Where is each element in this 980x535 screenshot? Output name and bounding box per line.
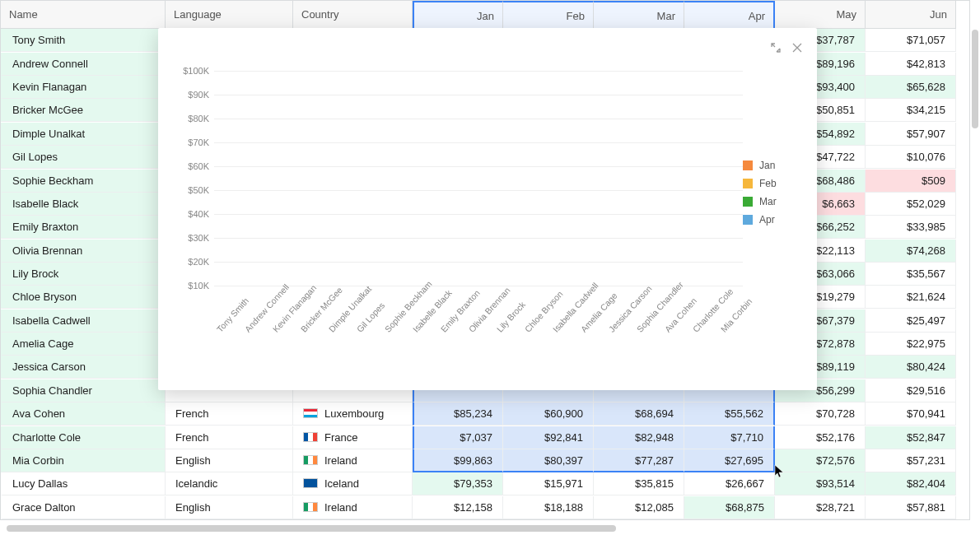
- chart-plot: $100K$90K$80K$70K$60K$50K$40K$30K$20K$10…: [214, 71, 743, 309]
- name-cell[interactable]: Amelia Cage: [1, 333, 166, 356]
- value-cell[interactable]: $92,841: [503, 426, 594, 449]
- value-cell[interactable]: $27,695: [684, 449, 775, 472]
- name-cell[interactable]: Mia Corbin: [1, 449, 166, 472]
- value-cell[interactable]: $70,728: [775, 402, 866, 426]
- name-cell[interactable]: Kevin Flanagan: [1, 76, 166, 99]
- value-cell[interactable]: $18,188: [503, 496, 594, 519]
- horizontal-scrollbar[interactable]: [3, 523, 972, 533]
- name-cell[interactable]: Bricker McGee: [1, 99, 166, 122]
- language-cell[interactable]: English: [166, 449, 293, 472]
- value-cell[interactable]: $80,424: [866, 356, 956, 379]
- value-cell[interactable]: $52,029: [866, 193, 956, 216]
- country-cell[interactable]: France: [293, 426, 413, 449]
- value-cell[interactable]: $52,847: [866, 426, 956, 449]
- value-cell[interactable]: $15,971: [503, 472, 594, 495]
- value-cell[interactable]: $74,268: [866, 240, 956, 263]
- value-cell[interactable]: $29,516: [866, 379, 956, 402]
- value-cell[interactable]: $35,567: [866, 263, 956, 286]
- name-cell[interactable]: Tony Smith: [1, 29, 166, 52]
- value-cell[interactable]: $57,907: [866, 123, 956, 146]
- vertical-scrollbar[interactable]: [970, 30, 980, 517]
- column-header[interactable]: Language: [166, 1, 293, 29]
- value-cell[interactable]: $65,628: [866, 76, 956, 99]
- column-header[interactable]: Name: [1, 1, 166, 29]
- value-cell[interactable]: $77,287: [594, 449, 684, 472]
- column-header[interactable]: Jan: [413, 1, 503, 29]
- value-cell[interactable]: $72,576: [775, 449, 866, 472]
- name-cell[interactable]: Charlotte Cole: [1, 426, 166, 449]
- country-cell[interactable]: Ireland: [293, 449, 413, 472]
- name-cell[interactable]: Ava Cohen: [1, 402, 166, 426]
- value-cell[interactable]: $52,176: [775, 426, 866, 449]
- value-cell[interactable]: $10,076: [866, 146, 956, 169]
- column-header[interactable]: Feb: [503, 1, 594, 29]
- value-cell[interactable]: $22,975: [866, 333, 956, 356]
- value-cell[interactable]: $68,875: [684, 496, 775, 519]
- value-cell[interactable]: $12,085: [594, 496, 684, 519]
- name-cell[interactable]: Isabella Cadwell: [1, 309, 166, 333]
- legend-swatch: [743, 197, 753, 207]
- value-cell[interactable]: $42,813: [866, 53, 956, 76]
- value-cell[interactable]: $99,863: [413, 449, 503, 472]
- name-cell[interactable]: Lucy Dallas: [1, 472, 166, 495]
- value-cell[interactable]: $68,694: [594, 402, 684, 426]
- name-cell[interactable]: Sophia Chandler: [1, 379, 166, 402]
- country-cell[interactable]: Luxembourg: [293, 402, 413, 426]
- x-tick-label: Amelia Cage: [579, 306, 605, 333]
- value-cell[interactable]: $7,710: [684, 426, 775, 449]
- close-icon[interactable]: [792, 43, 802, 55]
- column-header[interactable]: Apr: [684, 1, 775, 29]
- y-tick-label: $40K: [171, 209, 209, 219]
- value-cell[interactable]: $71,057: [866, 29, 956, 52]
- value-cell[interactable]: $509: [866, 170, 956, 193]
- value-cell[interactable]: $26,667: [684, 472, 775, 495]
- value-cell[interactable]: $70,941: [866, 402, 956, 426]
- name-cell[interactable]: Grace Dalton: [1, 496, 166, 519]
- name-cell[interactable]: Andrew Connell: [1, 53, 166, 76]
- name-cell[interactable]: Sophie Beckham: [1, 170, 166, 193]
- name-cell[interactable]: Jessica Carson: [1, 356, 166, 379]
- value-cell[interactable]: $25,497: [866, 309, 956, 333]
- value-cell[interactable]: $21,624: [866, 286, 956, 309]
- legend-item: Feb: [743, 178, 800, 189]
- language-cell[interactable]: French: [166, 402, 293, 426]
- value-cell[interactable]: $28,721: [775, 496, 866, 519]
- country-cell[interactable]: Iceland: [293, 472, 413, 495]
- name-cell[interactable]: Lily Brock: [1, 263, 166, 286]
- value-cell[interactable]: $82,948: [594, 426, 684, 449]
- language-cell[interactable]: French: [166, 426, 293, 449]
- name-cell[interactable]: Olivia Brennan: [1, 240, 166, 263]
- value-cell[interactable]: $60,900: [503, 402, 594, 426]
- name-cell[interactable]: Gil Lopes: [1, 146, 166, 169]
- value-cell[interactable]: $57,881: [866, 496, 956, 519]
- value-cell[interactable]: $7,037: [413, 426, 503, 449]
- legend-item: Mar: [743, 196, 800, 207]
- column-header[interactable]: Mar: [594, 1, 684, 29]
- flag-icon: [303, 478, 318, 488]
- language-cell[interactable]: English: [166, 496, 293, 519]
- name-cell[interactable]: Chloe Bryson: [1, 286, 166, 309]
- value-cell[interactable]: $85,234: [413, 402, 503, 426]
- name-cell[interactable]: Emily Braxton: [1, 216, 166, 239]
- value-cell[interactable]: $12,158: [413, 496, 503, 519]
- value-cell[interactable]: $33,985: [866, 216, 956, 239]
- value-cell[interactable]: $79,353: [413, 472, 503, 495]
- flag-icon: [303, 432, 318, 442]
- flag-icon: [303, 408, 318, 418]
- column-header[interactable]: Country: [293, 1, 413, 29]
- value-cell[interactable]: $55,562: [684, 402, 775, 426]
- expand-icon[interactable]: [771, 43, 781, 55]
- x-tick-label: Gil Lopes: [355, 306, 381, 333]
- name-cell[interactable]: Dimple Unalkat: [1, 123, 166, 146]
- value-cell[interactable]: $82,404: [866, 472, 956, 495]
- value-cell[interactable]: $34,215: [866, 99, 956, 122]
- value-cell[interactable]: $57,231: [866, 449, 956, 472]
- value-cell[interactable]: $93,514: [775, 472, 866, 495]
- language-cell[interactable]: Icelandic: [166, 472, 293, 495]
- value-cell[interactable]: $80,397: [503, 449, 594, 472]
- country-cell[interactable]: Ireland: [293, 496, 413, 519]
- value-cell[interactable]: $35,815: [594, 472, 684, 495]
- column-header[interactable]: May: [775, 1, 866, 29]
- column-header[interactable]: Jun: [866, 1, 956, 29]
- name-cell[interactable]: Isabelle Black: [1, 193, 166, 216]
